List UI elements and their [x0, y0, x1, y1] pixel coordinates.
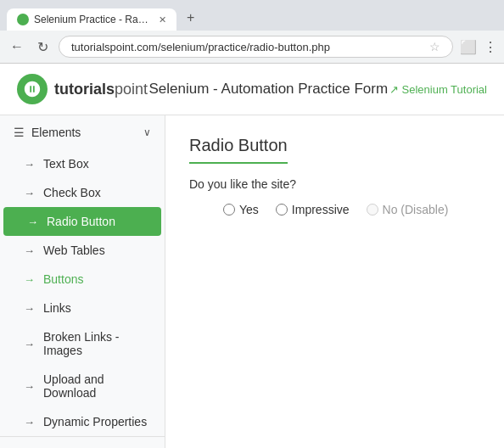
sidebar-item-label: Broken Links - Images — [43, 330, 151, 357]
sidebar-item-upload-download[interactable]: → Upload and Download — [0, 365, 165, 407]
radio-input-impressive[interactable] — [276, 204, 288, 216]
page: tutorialspoint Selenium - Automation Pra… — [0, 64, 504, 448]
sidebar-item-label: Check Box — [43, 186, 101, 199]
forms-section: ▦ Forms ∨ — [0, 437, 165, 448]
radio-label-yes: Yes — [239, 203, 259, 216]
logo-text: tutorialspoint — [54, 81, 148, 98]
browser-toolbar: ← ↻ tutorialspoint.com/selenium/practice… — [0, 31, 504, 64]
radio-label-no: No (Disable) — [383, 203, 449, 216]
sidebar-item-radio-button[interactable]: → Radio Button — [3, 207, 161, 236]
menu-icon[interactable]: ⋮ — [484, 39, 497, 55]
radio-option-no: No (Disable) — [367, 203, 449, 216]
logo: tutorialspoint — [17, 74, 148, 104]
browser-chrome: Selenium Practice - Radio Bu... ✕ + ← ↻ … — [0, 0, 504, 64]
sidebar-item-dynamic-properties[interactable]: → Dynamic Properties — [0, 407, 165, 436]
elements-chevron-icon: ∨ — [143, 126, 151, 138]
external-link-icon: ↗ — [389, 83, 399, 96]
arrow-icon: → — [24, 302, 35, 315]
question-text: Do you like the site? — [189, 177, 480, 191]
arrow-icon: → — [24, 244, 35, 257]
back-button[interactable]: ← — [7, 37, 27, 56]
sidebar-item-links[interactable]: → Links — [0, 294, 165, 322]
radio-options-group: Yes Impressive No (Disable) — [189, 203, 480, 216]
sidebar-item-label: Upload and Download — [43, 372, 151, 400]
arrow-icon: → — [24, 158, 35, 171]
sidebar-item-broken-links[interactable]: → Broken Links - Images — [0, 322, 165, 365]
active-tab[interactable]: Selenium Practice - Radio Bu... ✕ — [7, 8, 176, 31]
elements-section: ☰ Elements ∨ → Text Box → Check Box — [0, 115, 165, 437]
site-header: tutorialspoint Selenium - Automation Pra… — [0, 64, 504, 115]
logo-light: point — [115, 81, 148, 98]
close-tab-button[interactable]: ✕ — [159, 14, 166, 25]
tab-favicon — [17, 14, 29, 25]
sidebar-item-label: Buttons — [43, 272, 83, 286]
bookmark-icon[interactable]: ☆ — [429, 40, 440, 53]
arrow-icon: → — [27, 216, 38, 228]
sidebar-item-label: Links — [43, 301, 71, 315]
sidebar-item-web-tables[interactable]: → Web Tables — [0, 236, 165, 265]
elements-icon: ☰ — [14, 126, 25, 139]
extensions-icon[interactable]: ⬜ — [460, 39, 477, 55]
new-tab-button[interactable]: + — [178, 5, 203, 31]
arrow-icon: → — [24, 338, 35, 350]
sidebar-item-label: Dynamic Properties — [43, 415, 147, 428]
arrow-icon: → — [24, 187, 35, 199]
logo-bold: tutorials — [54, 81, 115, 98]
reload-button[interactable]: ↻ — [34, 37, 52, 57]
header-link-text: Selenium Tutorial — [402, 83, 487, 96]
elements-items-list: → Text Box → Check Box → Radio Button → … — [0, 149, 165, 436]
arrow-icon: → — [24, 380, 35, 393]
url-text: tutorialspoint.com/selenium/practice/rad… — [71, 41, 424, 53]
selenium-tutorial-link[interactable]: ↗ Selenium Tutorial — [389, 83, 487, 96]
arrow-icon: → — [24, 273, 35, 286]
main-content: Radio Button Do you like the site? Yes I… — [165, 115, 504, 448]
sidebar-item-label: Text Box — [43, 157, 89, 171]
sidebar-item-text-box[interactable]: → Text Box — [0, 149, 165, 178]
elements-section-title: Elements — [31, 126, 81, 139]
logo-icon — [17, 74, 48, 104]
forms-section-header[interactable]: ▦ Forms ∨ — [0, 437, 165, 448]
radio-input-no — [367, 204, 378, 216]
elements-section-header[interactable]: ☰ Elements ∨ — [0, 115, 165, 149]
sidebar-item-label: Web Tables — [43, 244, 105, 257]
content-area: ☰ Elements ∨ → Text Box → Check Box — [0, 115, 504, 448]
page-title: Radio Button — [189, 136, 288, 164]
arrow-icon: → — [24, 416, 35, 428]
radio-input-yes[interactable] — [223, 204, 235, 216]
sidebar: ☰ Elements ∨ → Text Box → Check Box — [0, 115, 165, 448]
radio-option-impressive: Impressive — [276, 203, 350, 216]
sidebar-item-buttons[interactable]: → Buttons — [0, 265, 165, 294]
sidebar-item-check-box[interactable]: → Check Box — [0, 178, 165, 207]
sidebar-item-label: Radio Button — [47, 215, 115, 228]
logo-svg — [23, 80, 42, 98]
address-bar[interactable]: tutorialspoint.com/selenium/practice/rad… — [59, 36, 453, 58]
radio-option-yes: Yes — [223, 203, 259, 216]
header-title: Selenium - Automation Practice Form — [149, 81, 389, 98]
radio-label-impressive: Impressive — [292, 203, 350, 216]
tab-title: Selenium Practice - Radio Bu... — [34, 14, 154, 25]
